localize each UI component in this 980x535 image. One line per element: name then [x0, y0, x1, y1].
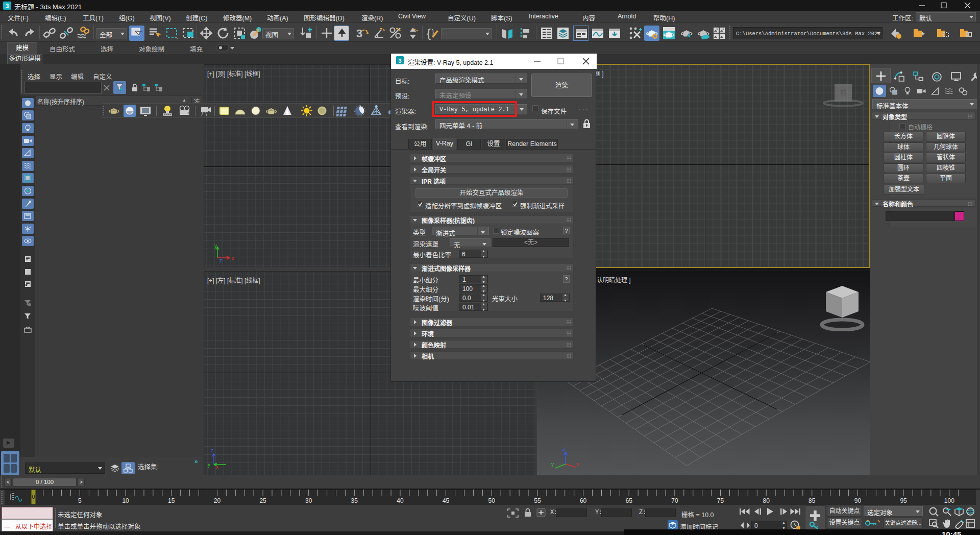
svg-text:95: 95 [900, 497, 907, 504]
svg-text:80: 80 [763, 497, 770, 504]
svg-text:30: 30 [305, 497, 312, 504]
svg-text:}: } [432, 28, 434, 36]
svg-text:z: z [211, 448, 213, 453]
svg-text:55: 55 [534, 497, 541, 504]
svg-text:35: 35 [351, 497, 358, 504]
svg-text:60: 60 [580, 497, 587, 504]
svg-text:{: { [427, 27, 431, 40]
svg-text:85: 85 [808, 497, 816, 504]
svg-text:100: 100 [944, 497, 954, 504]
svg-text:z: z [562, 446, 565, 452]
svg-text:65: 65 [626, 497, 633, 504]
svg-text:45: 45 [443, 497, 450, 504]
svg-text:50: 50 [488, 497, 496, 504]
svg-text:25: 25 [259, 497, 266, 504]
svg-text:前: 前 [840, 89, 846, 96]
svg-text:70: 70 [671, 497, 678, 504]
svg-text:z: z [219, 258, 222, 263]
svg-text:3: 3 [6, 3, 9, 10]
svg-text:75: 75 [717, 497, 724, 504]
svg-text:3: 3 [398, 58, 401, 64]
svg-text:y: y [551, 461, 554, 467]
svg-text:40: 40 [397, 497, 404, 504]
svg-text:x: x [216, 464, 218, 470]
svg-text:20: 20 [214, 497, 221, 504]
svg-text:y: y [208, 462, 210, 468]
svg-text:10: 10 [122, 497, 129, 504]
svg-text:y: y [214, 243, 217, 249]
svg-text:x: x [232, 255, 234, 261]
svg-text:x: x [577, 461, 579, 467]
svg-text:15: 15 [168, 497, 175, 504]
svg-text:90: 90 [854, 497, 862, 504]
svg-text:3: 3 [356, 27, 362, 40]
svg-text:5: 5 [78, 497, 82, 504]
